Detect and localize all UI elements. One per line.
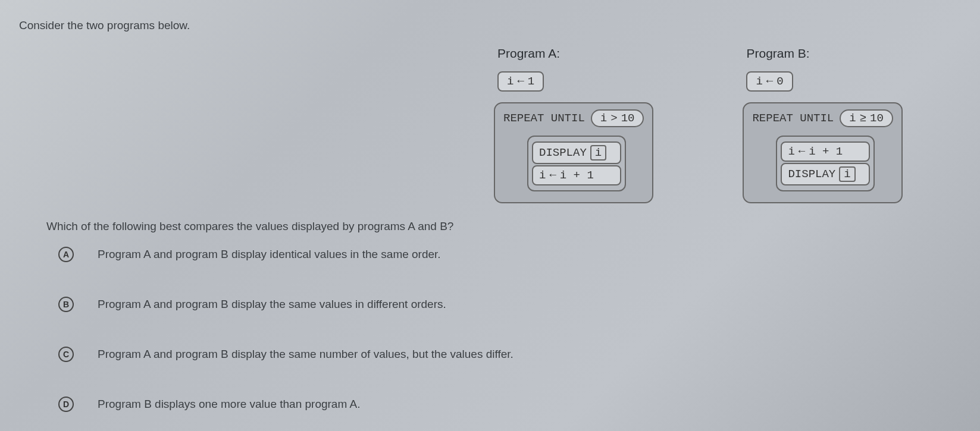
choice-text: Program B displays one more value than p…: [98, 398, 360, 411]
display-label: DISPLAY: [539, 146, 587, 159]
program-a-init: i ← 1: [497, 71, 544, 92]
program-b-init: i ← 0: [746, 71, 793, 92]
repeat-body: i ← i + 1 DISPLAY i: [776, 136, 875, 191]
choice-letter: D: [58, 397, 74, 412]
repeat-header: REPEAT UNTIL i > 10: [503, 109, 644, 127]
program-b-title: Program B:: [746, 46, 902, 61]
programs-container: Program A: i ← 1 REPEAT UNTIL i > 10 DIS…: [494, 46, 903, 203]
cond-op: >: [610, 112, 617, 125]
display-var: i: [590, 145, 606, 161]
choice-c[interactable]: C Program A and program B display the sa…: [58, 347, 514, 362]
question-intro: Consider the two programs below.: [19, 19, 190, 32]
choice-letter: B: [58, 297, 74, 312]
question-text: Which of the following best compares the…: [46, 220, 453, 233]
display-label: DISPLAY: [788, 168, 835, 181]
program-a-title: Program A:: [497, 46, 653, 61]
arrow-icon: ←: [766, 75, 773, 88]
program-b: Program B: i ← 0 REPEAT UNTIL i ≥ 10 i ←…: [743, 46, 902, 203]
answer-choices: A Program A and program B display identi…: [58, 247, 514, 412]
init-var: i: [756, 75, 762, 88]
repeat-header: REPEAT UNTIL i ≥ 10: [752, 109, 893, 127]
repeat-body: DISPLAY i i ← i + 1: [527, 136, 626, 191]
choice-b[interactable]: B Program A and program B display the sa…: [58, 297, 514, 312]
program-a-repeat: REPEAT UNTIL i > 10 DISPLAY i i ← i + 1: [494, 102, 653, 203]
incr-expr: i + 1: [560, 169, 594, 182]
choice-d[interactable]: D Program B displays one more value than…: [58, 397, 514, 412]
increment-line: i ← i + 1: [781, 141, 870, 162]
choice-letter: C: [58, 347, 74, 362]
arrow-icon: ←: [799, 145, 805, 158]
repeat-condition: i ≥ 10: [840, 109, 893, 127]
init-var: i: [507, 75, 514, 88]
display-line: DISPLAY i: [532, 141, 621, 164]
init-val: 0: [777, 75, 783, 88]
init-val: 1: [528, 75, 534, 88]
cond-op: ≥: [860, 112, 866, 125]
cond-val: 10: [621, 112, 635, 125]
choice-a[interactable]: A Program A and program B display identi…: [58, 247, 514, 262]
choice-letter: A: [58, 247, 74, 262]
incr-expr: i + 1: [809, 145, 843, 158]
choice-text: Program A and program B display identica…: [98, 248, 441, 261]
incr-var: i: [788, 145, 794, 158]
display-line: DISPLAY i: [781, 163, 870, 185]
cond-var: i: [849, 112, 856, 125]
repeat-label: REPEAT UNTIL: [503, 112, 585, 125]
incr-var: i: [539, 169, 546, 182]
choice-text: Program A and program B display the same…: [98, 298, 446, 311]
choice-text: Program A and program B display the same…: [98, 348, 514, 361]
repeat-condition: i > 10: [591, 109, 644, 127]
repeat-label: REPEAT UNTIL: [752, 112, 834, 125]
cond-val: 10: [870, 112, 884, 125]
arrow-icon: ←: [517, 75, 524, 88]
display-var: i: [839, 166, 855, 182]
program-b-repeat: REPEAT UNTIL i ≥ 10 i ← i + 1 DISPLAY i: [743, 102, 902, 203]
program-a: Program A: i ← 1 REPEAT UNTIL i > 10 DIS…: [494, 46, 653, 203]
cond-var: i: [600, 112, 607, 125]
arrow-icon: ←: [549, 169, 556, 182]
increment-line: i ← i + 1: [532, 165, 621, 185]
